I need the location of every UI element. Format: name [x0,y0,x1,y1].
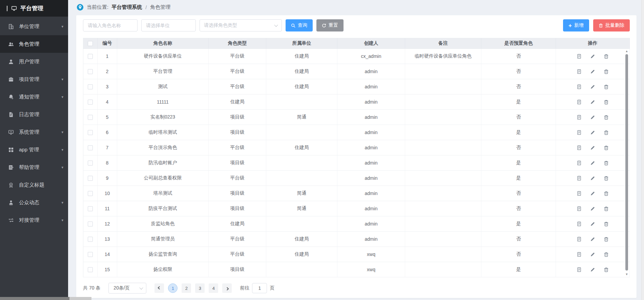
view-icon[interactable] [577,54,582,59]
row-checkbox[interactable] [88,69,93,74]
row-checkbox[interactable] [88,145,93,150]
edit-icon[interactable] [590,267,595,272]
view-icon[interactable] [577,206,582,211]
edit-icon[interactable] [590,130,595,135]
edit-icon[interactable] [590,176,595,181]
sidebar-item-notice[interactable]: 通知管理 ▾ [0,88,68,106]
view-icon[interactable] [577,100,582,105]
sidebar-item-user[interactable]: 用户管理 ▾ [0,53,68,70]
edit-icon[interactable] [590,100,595,105]
delete-icon[interactable] [604,145,609,150]
row-checkbox[interactable] [88,206,93,211]
view-icon[interactable] [577,145,582,150]
view-icon[interactable] [577,176,582,181]
edit-icon[interactable] [590,145,595,150]
prev-page-button[interactable] [154,283,164,293]
delete-icon[interactable] [604,160,609,166]
row-checkbox[interactable] [88,130,93,135]
edit-icon[interactable] [590,221,595,227]
view-icon[interactable] [577,130,582,135]
delete-icon[interactable] [604,176,609,181]
page-button-2[interactable]: 2 [182,283,191,293]
delete-icon[interactable] [604,84,609,89]
breadcrumb-root[interactable]: 平台管理系统 [111,4,142,10]
sidebar-item-help[interactable]: 帮助管理 ▾ [0,158,68,176]
delete-icon[interactable] [604,100,609,105]
sidebar-item-log[interactable]: 日志管理 ▾ [0,106,68,123]
select-all-checkbox[interactable] [88,41,93,46]
view-icon[interactable] [577,252,582,257]
role-type-select[interactable]: 请选择角色类型 [200,19,282,31]
delete-icon[interactable] [604,191,609,196]
edit-icon[interactable] [590,115,595,120]
row-checkbox[interactable] [88,84,93,89]
row-checkbox[interactable] [88,176,93,181]
view-icon[interactable] [577,267,582,272]
edit-icon[interactable] [590,206,595,211]
sidebar-item-unit[interactable]: 单位管理 ▾ [0,18,68,35]
sidebar-item-integration[interactable]: 对接管理 ▾ [0,211,68,229]
sidebar-item-project[interactable]: 项目管理 ▾ [0,70,68,88]
edit-icon[interactable] [590,84,595,89]
scroll-up-icon[interactable]: ▲ [625,49,629,53]
delete-icon[interactable] [604,252,609,257]
table-scrollbar-thumb[interactable] [625,54,628,271]
table-scrollbar[interactable]: ▲ ▼ [625,49,629,277]
delete-icon[interactable] [604,206,609,211]
delete-icon[interactable] [604,54,609,59]
unit-select[interactable] [141,19,196,31]
view-icon[interactable] [577,160,582,166]
view-icon[interactable] [577,191,582,196]
row-checkbox[interactable] [88,237,93,242]
goto-page-input[interactable] [252,283,267,293]
horizontal-scrollbar-thumb[interactable] [0,297,69,300]
role-name-input[interactable] [83,19,138,31]
page-button-4[interactable]: 4 [209,283,218,293]
delete-icon[interactable] [604,221,609,227]
horizontal-scrollbar-thumb-end[interactable] [69,297,91,300]
row-checkbox[interactable] [88,252,93,257]
edit-icon[interactable] [590,160,595,166]
sidebar-item-system[interactable]: 系统管理 ▾ [0,123,68,141]
row-checkbox[interactable] [88,191,93,196]
cell-role-name: 简通管理员 [117,232,209,247]
row-checkbox[interactable] [88,100,93,105]
row-checkbox[interactable] [88,54,93,59]
page-button-3[interactable]: 3 [195,283,205,293]
view-icon[interactable] [577,69,582,74]
edit-icon[interactable] [590,252,595,257]
delete-icon[interactable] [604,237,609,242]
row-checkbox[interactable] [88,221,93,227]
next-page-button[interactable] [222,283,232,293]
delete-icon[interactable] [604,69,609,74]
scroll-down-icon[interactable]: ▼ [625,273,629,276]
delete-icon[interactable] [604,130,609,135]
edit-icon[interactable] [590,69,595,74]
page-vertical-scrollbar[interactable] [641,0,644,300]
row-checkbox[interactable] [88,267,93,272]
view-icon[interactable] [577,237,582,242]
edit-icon[interactable] [590,237,595,242]
edit-icon[interactable] [590,191,595,196]
delete-icon[interactable] [604,267,609,272]
batch-delete-button[interactable]: 批量删除 [593,19,630,31]
sidebar-item-label: 日志管理 [19,111,39,118]
page-size-select[interactable]: 20条/页 [108,283,146,294]
cell-preset: 是 [481,171,556,186]
search-button[interactable]: 查询 [286,19,313,31]
page-button-1[interactable]: 1 [168,283,178,293]
view-icon[interactable] [577,115,582,120]
row-checkbox[interactable] [88,115,93,120]
sidebar-item-public[interactable]: 公众动态 ▾ [0,194,68,211]
sidebar-item-app[interactable]: app 管理 ▾ [0,141,68,158]
delete-icon[interactable] [604,115,609,120]
sidebar-item-role[interactable]: 角色管理 ▾ [0,35,68,53]
view-icon[interactable] [577,221,582,227]
cell-remark [405,232,481,247]
add-button[interactable]: + 新增 [563,19,589,31]
view-icon[interactable] [577,84,582,89]
sidebar-item-custom-title[interactable]: 自定义标题 ▾ [0,176,68,194]
row-checkbox[interactable] [88,160,93,166]
reset-button[interactable]: 重置 [316,19,344,31]
edit-icon[interactable] [590,54,595,59]
